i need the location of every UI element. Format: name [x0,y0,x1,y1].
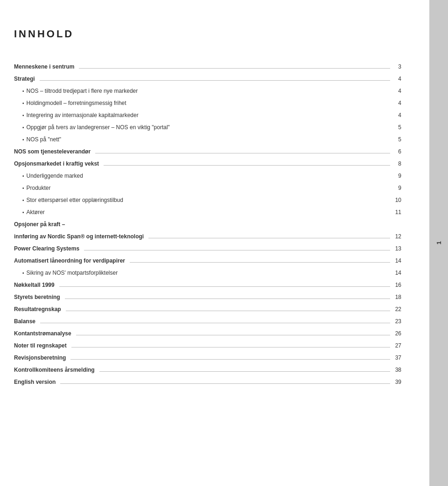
toc-line [148,238,390,238]
toc-item[interactable]: Automatisert låneordning for verdipapire… [14,257,401,269]
toc-item[interactable]: Opsjonsmarkedet i kraftig vekst8 [14,160,401,172]
toc-item[interactable]: NOS som tjenesteleverandør6 [14,148,401,160]
toc-line [76,335,390,335]
toc-item-label: •Underliggende marked [14,173,86,179]
toc-item-label: Strategi [14,76,38,82]
toc-item-label: Noter til regnskapet [14,342,70,349]
toc-item[interactable]: Kontrollkomiteens årsmelding38 [14,367,401,378]
toc-item[interactable]: innføring av Nordic Span® og internett-t… [14,233,401,244]
toc-item[interactable]: •Holdingmodell – forretningsmessig frihe… [14,100,401,111]
toc-page-number: 4 [392,76,401,82]
toc-page-number: 22 [392,306,401,312]
toc-line [95,153,390,153]
toc-item[interactable]: Menneskene i sentrum3 [14,63,401,75]
bullet-icon: • [22,101,24,106]
toc-item-label: •Aktører [14,209,48,215]
toc-item-label: •Produkter [14,185,54,191]
toc-item-label: NOS som tjenesteleverandør [14,148,93,155]
toc-item-label: Menneskene i sentrum [14,63,77,70]
toc-item-label: •Holdingmodell – forretningsmessig frihe… [14,100,129,106]
toc-item[interactable]: Resultatregnskap22 [14,306,401,317]
toc-item[interactable]: •NOS – tiltrodd tredjepart i flere nye m… [14,88,401,99]
bullet-icon: • [22,89,24,94]
toc-item-label: Revisjonsberetning [14,354,69,361]
toc-page-number: 14 [392,270,401,276]
toc-line [130,262,390,263]
toc-page-number: 5 [392,136,401,143]
toc-page-number: 9 [392,185,401,191]
toc-item[interactable]: Balanse23 [14,318,401,329]
toc-item[interactable]: •Underliggende marked9 [14,173,401,184]
toc-page-number: 23 [392,318,401,325]
toc-item-label: Opsjonsmarkedet i kraftig vekst [14,160,102,167]
toc-page-number: 4 [392,112,401,118]
toc-item[interactable]: Kontantstrømanalyse26 [14,330,401,341]
toc-item[interactable]: •NOS på "nett"5 [14,136,401,147]
bullet-icon: • [22,113,24,118]
bullet-icon: • [22,186,24,191]
toc-page-number: 16 [392,282,401,288]
toc-line [66,311,390,311]
toc-item-label: English version [14,379,58,385]
right-bar: 1 [429,0,448,486]
toc-line [59,286,390,287]
toc-item[interactable]: •Stor etterspørsel etter opplæringstilbu… [14,197,401,208]
toc-item[interactable]: Power Clearing Systems13 [14,245,401,257]
toc-item-label: Automatisert låneordning for verdipapire… [14,257,128,264]
toc-item[interactable]: •Oppgjør på tvers av landegrenser – NOS … [14,124,401,135]
toc-item[interactable]: Opsjoner på kraft – [14,221,401,232]
toc-page-number: 38 [392,367,401,373]
toc-item[interactable]: Revisjonsberetning37 [14,354,401,366]
toc-line [71,347,390,347]
toc-item-label: •Integrering av internasjonale kapitalma… [14,112,141,118]
toc-item-label: •NOS på "nett" [14,136,64,143]
toc-page-number: 8 [392,160,401,167]
toc-item[interactable]: •Aktører11 [14,209,401,220]
toc-page-number: 10 [392,197,401,203]
toc-item-label: •NOS – tiltrodd tredjepart i flere nye m… [14,88,140,94]
toc-item[interactable]: •Produkter9 [14,185,401,196]
toc-page-number: 12 [392,233,401,240]
toc-page-number: 4 [392,100,401,106]
toc-item[interactable]: Strategi4 [14,76,401,87]
toc-page-number: 6 [392,148,401,155]
page-title: INNHOLD [14,28,401,40]
toc-line [40,323,390,323]
bullet-icon: • [22,198,24,203]
toc-line [99,371,390,372]
toc-page-number: 37 [392,354,401,361]
toc-item-label: Opsjoner på kraft – [14,221,68,228]
toc-line [79,68,390,69]
toc-page-number: 14 [392,257,401,264]
toc-line [104,165,390,166]
toc-line [40,80,390,81]
toc-item-label: Styrets beretning [14,294,63,300]
bullet-icon: • [22,271,24,276]
page-container: INNHOLD Menneskene i sentrum3Strategi4•N… [0,0,448,486]
toc-item-label: Resultatregnskap [14,306,64,312]
toc-line [70,359,390,360]
toc-item[interactable]: Styrets beretning18 [14,294,401,305]
toc-item[interactable]: English version39 [14,379,401,390]
bullet-icon: • [22,137,24,142]
toc-list: Menneskene i sentrum3Strategi4•NOS – til… [14,63,401,390]
toc-item[interactable]: Noter til regnskapet27 [14,342,401,354]
bullet-icon: • [22,125,24,130]
toc-page-number: 4 [392,88,401,94]
toc-item-label: Power Clearing Systems [14,245,82,252]
toc-page-number: 9 [392,173,401,179]
toc-page-number: 27 [392,342,401,349]
bullet-icon: • [22,174,24,179]
toc-item-label: Kontantstrømanalyse [14,330,74,337]
toc-line [60,383,390,384]
toc-item-label: •Stor etterspørsel etter opplæringstilbu… [14,197,126,203]
main-content: INNHOLD Menneskene i sentrum3Strategi4•N… [0,0,429,486]
toc-item-label: Balanse [14,318,38,325]
toc-item[interactable]: •Integrering av internasjonale kapitalma… [14,112,401,123]
page-number: 1 [435,241,442,244]
toc-item[interactable]: •Sikring av NOS' motpartsforpliktelser14 [14,270,401,281]
toc-page-number: 3 [392,63,401,70]
toc-item[interactable]: Nøkkeltall 199916 [14,282,401,293]
toc-page-number: 18 [392,294,401,300]
toc-item-label: Nøkkeltall 1999 [14,282,57,288]
